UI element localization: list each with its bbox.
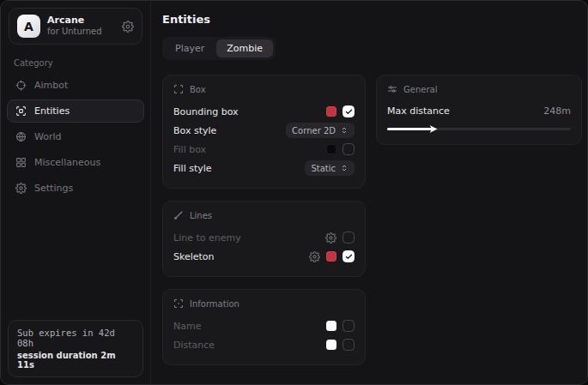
box-style-select[interactable]: Corner 2D <box>286 123 355 138</box>
fill-style-select[interactable]: Static <box>305 160 355 176</box>
gear-icon <box>15 183 27 194</box>
lines-card-title: Lines <box>190 211 212 220</box>
left-column: Box Bounding box Box style <box>162 75 366 365</box>
line-to-enemy-label: Line to enemy <box>173 232 241 244</box>
lines-card: Lines Line to enemy Skeleton <box>162 201 366 277</box>
name-color-swatch[interactable] <box>326 321 336 331</box>
session-duration-text: session duration 2m 11s <box>17 351 134 370</box>
category-label: Category <box>14 58 150 68</box>
main-panel: Entities Player Zombie Box Bounding box <box>151 1 588 384</box>
sidebar-item-label: Miscellaneous <box>34 157 100 168</box>
app-subtitle: for Unturned <box>47 27 102 38</box>
general-card-title: General <box>403 85 437 94</box>
entity-scan-icon <box>15 105 27 117</box>
fill-box-row: Fill box <box>173 140 355 159</box>
skeleton-color-swatch[interactable] <box>326 251 336 262</box>
box-style-value: Corner 2D <box>292 126 336 135</box>
app-logo: A <box>17 15 40 38</box>
information-card-title: Information <box>190 299 239 309</box>
fill-style-row: Fill style Static <box>173 159 355 177</box>
name-checkbox[interactable] <box>342 320 355 332</box>
fill-box-checkbox[interactable] <box>342 143 355 155</box>
lines-card-header: Lines <box>173 210 355 220</box>
box-style-label: Box style <box>173 125 216 136</box>
fill-style-value: Static <box>311 164 336 173</box>
app-meta: Arcane for Unturned <box>47 15 102 37</box>
max-distance-value: 248m <box>543 105 571 117</box>
bounding-box-label: Bounding box <box>173 106 239 117</box>
gear-icon[interactable] <box>122 21 134 33</box>
grid-icon <box>15 157 27 168</box>
sidebar-item-label: Aimbot <box>34 80 68 91</box>
distance-row: Distance <box>173 335 355 354</box>
check-icon <box>345 253 353 261</box>
globe-icon <box>15 131 27 142</box>
check-icon <box>345 108 353 116</box>
distance-color-swatch[interactable] <box>326 340 336 350</box>
sidebar-nav: Aimbot Entities World Miscellaneous <box>1 74 150 200</box>
sidebar-item-label: Entities <box>34 105 70 117</box>
general-card-header: General <box>387 84 571 94</box>
entity-tabs: Player Zombie <box>162 37 276 60</box>
info-scan-icon <box>173 298 184 309</box>
fill-box-color-swatch[interactable] <box>326 144 336 154</box>
box-style-row: Box style Corner 2D <box>173 121 355 140</box>
subscription-card: Sub expires in 42d 08h session duration … <box>8 320 143 377</box>
sidebar-item-aimbot[interactable]: Aimbot <box>7 74 144 97</box>
bounding-box-checkbox[interactable] <box>342 105 355 117</box>
pencil-line-icon <box>173 210 184 220</box>
distance-checkbox[interactable] <box>342 339 355 351</box>
box-card-header: Box <box>173 84 355 94</box>
box-card: Box Bounding box Box style <box>162 75 366 189</box>
sidebar: A Arcane for Unturned Category Aimbot <box>1 1 151 384</box>
sidebar-item-settings[interactable]: Settings <box>7 177 144 200</box>
name-label: Name <box>173 321 201 332</box>
bounding-box-row: Bounding box <box>173 102 355 121</box>
sidebar-item-miscellaneous[interactable]: Miscellaneous <box>7 151 144 174</box>
sidebar-item-entities[interactable]: Entities <box>7 99 144 123</box>
max-distance-label: Max distance <box>387 105 450 117</box>
sliders-icon <box>387 84 397 94</box>
skeleton-row: Skeleton <box>173 247 355 266</box>
tab-zombie[interactable]: Zombie <box>216 39 273 57</box>
app-title: Arcane <box>47 15 102 27</box>
sidebar-item-label: Settings <box>34 183 73 194</box>
distance-label: Distance <box>173 340 215 351</box>
app-window: A Arcane for Unturned Category Aimbot <box>0 0 588 385</box>
sidebar-item-world[interactable]: World <box>7 125 144 148</box>
sidebar-item-label: World <box>34 131 62 142</box>
chevrons-up-down-icon <box>340 126 349 135</box>
sub-expires-text: Sub expires in 42d 08h <box>17 328 134 348</box>
frame-corners-icon <box>173 84 184 94</box>
app-header-card: A Arcane for Unturned <box>9 8 142 45</box>
content-area: Box Bounding box Box style <box>162 75 582 365</box>
slider-fill <box>387 128 433 130</box>
fill-box-label: Fill box <box>173 144 206 155</box>
fill-style-label: Fill style <box>173 163 212 174</box>
information-card-header: Information <box>173 298 355 309</box>
bounding-box-color-swatch[interactable] <box>326 106 336 117</box>
line-to-enemy-row: Line to enemy <box>173 228 355 247</box>
right-column: General Max distance 248m <box>376 75 582 145</box>
page-title: Entities <box>162 13 582 26</box>
box-card-title: Box <box>190 85 206 94</box>
line-to-enemy-checkbox[interactable] <box>342 232 355 244</box>
skeleton-checkbox[interactable] <box>342 250 355 262</box>
name-row: Name <box>173 316 355 335</box>
chevrons-up-down-icon <box>340 164 349 172</box>
information-card: Information Name Distance <box>162 289 366 365</box>
general-card: General Max distance 248m <box>376 75 582 145</box>
max-distance-slider[interactable] <box>387 123 571 134</box>
crosshair-icon <box>15 80 27 91</box>
line-to-enemy-settings-gear-icon[interactable] <box>325 232 336 244</box>
tab-player[interactable]: Player <box>165 39 215 57</box>
skeleton-label: Skeleton <box>173 251 215 262</box>
max-distance-row: Max distance 248m <box>387 102 571 119</box>
skeleton-settings-gear-icon[interactable] <box>309 251 320 262</box>
